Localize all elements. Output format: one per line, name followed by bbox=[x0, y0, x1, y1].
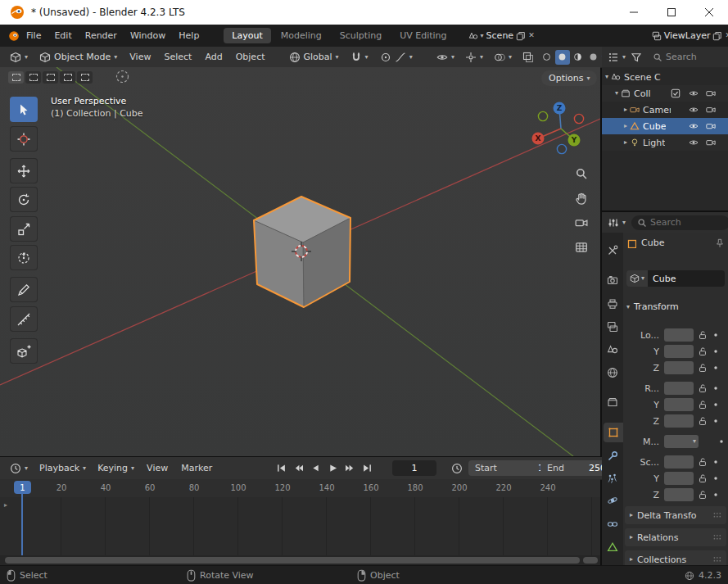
tool-select-box[interactable] bbox=[10, 97, 38, 122]
unlink-scene-icon[interactable] bbox=[528, 32, 535, 39]
transform-panel-header[interactable]: Transform bbox=[626, 301, 679, 312]
tool-scale[interactable] bbox=[10, 216, 38, 242]
show-gizmo-button[interactable] bbox=[460, 49, 488, 66]
outliner-search-input[interactable] bbox=[666, 52, 713, 62]
disable-in-renders-icon[interactable] bbox=[706, 88, 716, 98]
animate-icon[interactable] bbox=[711, 383, 721, 393]
lock-icon[interactable] bbox=[698, 363, 708, 373]
playback-menu[interactable]: Playback bbox=[34, 460, 91, 476]
previous-keyframe-button[interactable] bbox=[291, 461, 305, 476]
outliner-row-light[interactable]: Light bbox=[602, 134, 728, 151]
menu-select[interactable]: Select bbox=[158, 49, 197, 65]
axis-neg-z-ball[interactable] bbox=[557, 144, 566, 153]
animate-icon[interactable] bbox=[711, 457, 721, 467]
scene-selector[interactable]: Scene bbox=[465, 29, 538, 43]
properties-tab-physics[interactable] bbox=[602, 491, 623, 510]
transform-orientation-dropdown[interactable]: Global bbox=[284, 49, 344, 66]
visibility-dropdown[interactable] bbox=[432, 49, 459, 66]
timeline-menu-marker[interactable]: Marker bbox=[175, 460, 218, 476]
lock-icon[interactable] bbox=[698, 346, 708, 356]
section-relations[interactable]: Relations bbox=[625, 528, 726, 546]
location-y-field[interactable] bbox=[664, 345, 694, 358]
select-mode-extend-button[interactable] bbox=[25, 71, 41, 84]
viewlayer-selector[interactable]: ViewLayer bbox=[649, 29, 728, 43]
show-overlays-button[interactable] bbox=[489, 49, 517, 66]
properties-tab-constraints[interactable] bbox=[602, 514, 623, 534]
snap-toggle[interactable] bbox=[346, 49, 373, 66]
scrollbar-thumb[interactable] bbox=[5, 557, 580, 564]
animate-icon[interactable] bbox=[711, 346, 721, 356]
jump-to-start-button[interactable] bbox=[274, 461, 288, 476]
rotation-z-field[interactable] bbox=[664, 414, 694, 428]
collection-checkbox-icon[interactable] bbox=[671, 88, 681, 98]
menu-render[interactable]: Render bbox=[79, 29, 124, 43]
menu-help[interactable]: Help bbox=[172, 29, 206, 43]
next-keyframe-button[interactable] bbox=[342, 461, 357, 476]
hide-in-viewport-icon[interactable] bbox=[689, 105, 699, 115]
timeline-ruler[interactable]: 20 40 60 80 100 120 140 160 180 200 220 … bbox=[0, 479, 600, 498]
animate-icon[interactable] bbox=[711, 363, 721, 373]
tool-annotate[interactable] bbox=[10, 277, 38, 302]
animate-icon[interactable] bbox=[711, 330, 721, 340]
menu-edit[interactable]: Edit bbox=[47, 29, 78, 43]
outliner-editor-type-button[interactable] bbox=[605, 49, 628, 66]
disable-in-renders-icon[interactable] bbox=[706, 121, 716, 131]
rotation-y-field[interactable] bbox=[664, 398, 694, 411]
blender-menu-icon[interactable] bbox=[8, 30, 20, 42]
lock-icon[interactable] bbox=[698, 400, 708, 410]
proportional-edit-button[interactable] bbox=[375, 49, 418, 66]
lock-icon[interactable] bbox=[698, 473, 708, 483]
pin-icon[interactable] bbox=[715, 238, 725, 248]
maximize-button[interactable] bbox=[653, 0, 690, 25]
outliner-row-collection[interactable]: Coll bbox=[602, 85, 728, 102]
timeline-tracks[interactable] bbox=[0, 497, 600, 555]
collapse-icon[interactable] bbox=[605, 74, 608, 80]
disable-in-renders-icon[interactable] bbox=[706, 105, 716, 115]
properties-tab-view-layer[interactable] bbox=[602, 317, 623, 337]
menu-add[interactable]: Add bbox=[199, 49, 228, 65]
timeline-editor-type-button[interactable] bbox=[5, 460, 33, 477]
menu-object[interactable]: Object bbox=[230, 49, 271, 65]
tool-transform[interactable] bbox=[10, 245, 38, 270]
hide-in-viewport-icon[interactable] bbox=[689, 138, 699, 147]
properties-tab-render[interactable] bbox=[602, 270, 623, 290]
tab-uv-editing[interactable]: UV Editing bbox=[391, 28, 454, 43]
frame-start-field[interactable]: Start 1 bbox=[468, 460, 550, 476]
properties-tab-object[interactable] bbox=[604, 423, 623, 442]
lock-icon[interactable] bbox=[698, 383, 708, 393]
xray-toggle[interactable] bbox=[518, 49, 539, 66]
properties-tab-scene[interactable] bbox=[602, 340, 623, 360]
timeline-scrollbar[interactable] bbox=[0, 555, 600, 565]
remove-viewlayer-icon[interactable] bbox=[725, 32, 728, 39]
tool-rotate[interactable] bbox=[10, 187, 38, 212]
properties-editor-type-button[interactable] bbox=[605, 215, 628, 231]
select-mode-invert-button[interactable] bbox=[60, 71, 75, 84]
navigation-gizmo[interactable]: Z X Y bbox=[531, 98, 591, 159]
animate-icon[interactable] bbox=[711, 400, 721, 410]
disable-in-renders-icon[interactable] bbox=[706, 138, 716, 147]
tab-sculpting[interactable]: Sculpting bbox=[332, 28, 390, 43]
tool-cursor[interactable] bbox=[10, 126, 38, 152]
menu-view[interactable]: View bbox=[124, 49, 156, 65]
animate-icon[interactable] bbox=[711, 490, 721, 500]
animate-icon[interactable] bbox=[711, 416, 721, 426]
jump-to-end-button[interactable] bbox=[359, 461, 374, 476]
properties-tab-collection[interactable] bbox=[602, 392, 623, 412]
lock-icon[interactable] bbox=[698, 330, 708, 340]
shading-rendered-button[interactable] bbox=[586, 50, 601, 65]
section-delta-transform[interactable]: Delta Transfo bbox=[625, 506, 726, 524]
scale-x-field[interactable] bbox=[664, 455, 694, 469]
scrollbar-zoom-handle[interactable] bbox=[583, 557, 598, 564]
mode-dropdown[interactable]: Object Mode bbox=[34, 49, 122, 66]
section-collections[interactable]: Collections bbox=[625, 550, 726, 565]
cube-object[interactable] bbox=[254, 197, 350, 307]
tab-modeling[interactable]: Modeling bbox=[273, 28, 330, 43]
rotation-x-field[interactable] bbox=[664, 382, 694, 395]
hide-in-viewport-icon[interactable] bbox=[689, 88, 699, 98]
preview-range-clock-icon[interactable] bbox=[451, 463, 463, 474]
zoom-button[interactable] bbox=[573, 165, 590, 182]
lock-icon[interactable] bbox=[698, 416, 708, 426]
close-button[interactable] bbox=[690, 0, 728, 25]
options-button[interactable]: Options bbox=[541, 70, 597, 86]
outliner-row-cube[interactable]: Cube bbox=[602, 118, 728, 134]
